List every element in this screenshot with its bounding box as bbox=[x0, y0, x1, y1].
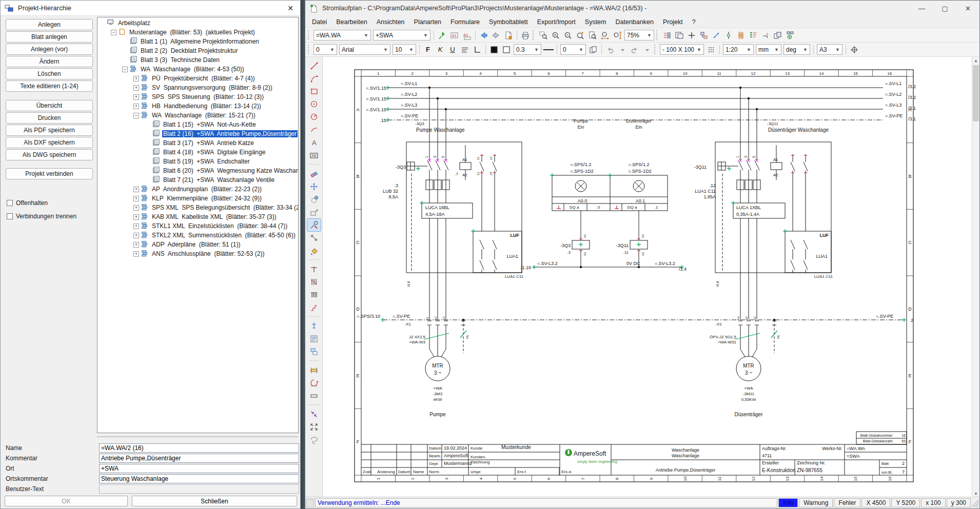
tree-item-label[interactable]: Blatt 3 (3) Technische Daten bbox=[140, 56, 221, 64]
zoom-window-icon[interactable] bbox=[537, 29, 550, 42]
expand-tool[interactable] bbox=[307, 421, 321, 433]
tree-row[interactable]: Blatt 1 (1) Allgemeine Projektinformatio… bbox=[97, 37, 298, 46]
tree-row[interactable]: −WA Waschanlage (Blätter: 4-53 (50)) bbox=[97, 65, 298, 74]
reference-designation-combo[interactable]: =WA.WA▼ bbox=[313, 30, 371, 40]
tree-row[interactable]: +KAB XML Kabelliste XML (Blätter: 35-37 … bbox=[97, 212, 298, 221]
checkbox-box[interactable] bbox=[7, 200, 13, 206]
forward-icon[interactable] bbox=[490, 29, 502, 42]
zoom-width-icon[interactable] bbox=[599, 29, 611, 42]
user-text-field[interactable] bbox=[99, 484, 299, 494]
tree-item-label[interactable]: Blatt 6 (20) +SWA Wegmessung Katze Wasch… bbox=[162, 167, 299, 174]
tree-row[interactable]: Blatt 2 (2) Deckblatt Projektstruktur bbox=[97, 46, 298, 55]
project-tree[interactable]: Arbeitsplatz−Musteranlage (Blätter: 53) … bbox=[97, 17, 299, 433]
back-icon[interactable] bbox=[478, 29, 490, 42]
location-combo[interactable]: +SWA▼ bbox=[373, 30, 430, 40]
macro-icon[interactable] bbox=[661, 29, 673, 42]
tree-item-label[interactable]: WA Waschanlage (Blätter: 4-53 (50)) bbox=[140, 66, 245, 73]
menu-datei[interactable]: Datei bbox=[307, 17, 331, 27]
eraser-tool[interactable] bbox=[307, 168, 321, 180]
text-style-edit-icon[interactable]: A1 bbox=[461, 29, 473, 42]
tree-row[interactable]: Blatt 3 (3) Technische Daten bbox=[97, 55, 298, 65]
tree-row[interactable]: Blatt 1 (15) +SWA Not-Aus-Kette bbox=[97, 120, 298, 129]
menu-projekt[interactable]: Projekt bbox=[658, 17, 688, 27]
tree-item-label[interactable]: Arbeitsplatz bbox=[117, 19, 151, 27]
tree-expander-plus-icon[interactable]: + bbox=[133, 251, 139, 257]
close-button[interactable]: Schließen bbox=[132, 496, 297, 506]
zoom-out-icon[interactable] bbox=[562, 29, 574, 42]
tree-item-label[interactable]: ANS Anschlusspläne (Blätter: 52-53 (2)) bbox=[151, 250, 265, 257]
location-comment-field[interactable] bbox=[99, 474, 299, 483]
tree-expander-plus-icon[interactable]: + bbox=[133, 104, 139, 109]
undo-dropdown-icon[interactable] bbox=[616, 44, 629, 56]
zoom-previous-icon[interactable] bbox=[574, 29, 586, 42]
tree-item-label[interactable]: AP Anordnungsplan (Blätter: 22-23 (2)) bbox=[151, 186, 263, 193]
wire-multi-tool[interactable] bbox=[307, 276, 321, 288]
tree-row[interactable]: +PÜ Projektübersicht (Blätter: 4-7 (4)) bbox=[97, 74, 298, 83]
resize-tool[interactable] bbox=[307, 232, 321, 244]
menu-?[interactable]: ? bbox=[688, 17, 700, 27]
tree-row[interactable]: +AP Anordnungsplan (Blätter: 22-23 (2)) bbox=[97, 185, 298, 194]
close-icon[interactable]: ✕ bbox=[956, 1, 979, 16]
minimize-icon[interactable]: — bbox=[910, 1, 933, 16]
create-sheet-button[interactable]: Blatt anlegen bbox=[6, 31, 93, 43]
tree-item-label[interactable]: HB Handbedienung (Blätter: 13-14 (2)) bbox=[151, 103, 262, 110]
layer-combo[interactable]: 0▼ bbox=[313, 44, 337, 55]
tree-row[interactable]: Blatt 2 (16) +SWA Antriebe Pumpe,Düsentr… bbox=[97, 129, 298, 138]
coil-tool[interactable] bbox=[307, 320, 321, 332]
terminal-tool[interactable] bbox=[307, 390, 321, 402]
delete-button[interactable]: Löschen bbox=[6, 68, 93, 79]
create-before-button[interactable]: Anlegen (vor) bbox=[6, 44, 93, 55]
rotate-tool[interactable] bbox=[307, 193, 321, 206]
underline-button[interactable]: U bbox=[446, 44, 459, 56]
scale-tool[interactable] bbox=[307, 206, 321, 218]
levels-icon[interactable] bbox=[747, 29, 759, 42]
menu-ansichten[interactable]: Ansichten bbox=[372, 17, 409, 27]
lasso-tool[interactable] bbox=[307, 434, 321, 446]
tree-row[interactable]: +SV Spannungsversorgung (Blätter: 8-9 (2… bbox=[97, 83, 298, 92]
tree-item-label[interactable]: PÜ Projektübersicht (Blätter: 4-7 (4)) bbox=[151, 75, 256, 82]
tree-item-label[interactable]: ADP Aderpläne (Blätter: 51 (1)) bbox=[151, 241, 242, 248]
drawing-canvas[interactable]: 1122334455667788991010111112121313141415… bbox=[323, 57, 972, 498]
unit-combo[interactable]: mm▼ bbox=[756, 44, 781, 55]
tree-row[interactable]: Blatt 3 (17) +SWA Antrieb Katze bbox=[97, 138, 298, 148]
grid-combo[interactable]: - 100 X 100▼ bbox=[660, 44, 704, 55]
edit-texts-button[interactable]: Texte editieren (1-24) bbox=[6, 80, 93, 92]
line-tool[interactable] bbox=[307, 59, 321, 72]
tree-row[interactable]: +STKL1 XML Einzelstücklisten (Blätter: 3… bbox=[97, 221, 298, 231]
shrink-tool[interactable] bbox=[307, 408, 321, 420]
tree-row[interactable]: +HB Handbedienung (Blätter: 13-14 (2)) bbox=[97, 101, 298, 111]
wire-grid-tool[interactable] bbox=[307, 289, 321, 301]
font-combo[interactable]: Arial▼ bbox=[339, 44, 390, 55]
move-tool[interactable] bbox=[307, 180, 321, 193]
tree-item-label[interactable]: Musteranlage (Blätter: 53) (aktuelles Pr… bbox=[128, 29, 256, 36]
dimension-icon[interactable] bbox=[710, 29, 722, 42]
tree-row[interactable]: Blatt 7 (21) +SWA Waschanlage Ventile bbox=[97, 175, 298, 185]
copy-format-icon[interactable] bbox=[587, 44, 599, 56]
create-button[interactable]: Anlegen bbox=[6, 19, 93, 30]
tree-row[interactable]: +SPS SPS Steuerung (Blätter: 10-12 (3)) bbox=[97, 92, 298, 101]
sheet-manager-icon[interactable] bbox=[673, 29, 685, 42]
tree-item-label[interactable]: Blatt 3 (17) +SWA Antrieb Katze bbox=[162, 139, 255, 147]
window-titlebar[interactable]: Stromlaufplan - C:\ProgramData\AmpereSof… bbox=[305, 1, 979, 16]
vertical-scrollbar[interactable]: ▲ ▼ bbox=[972, 57, 979, 498]
symbol-icon[interactable] bbox=[722, 29, 735, 42]
tree-item-label[interactable]: KLP Klemmenpläne (Blätter: 24-32 (9)) bbox=[151, 195, 263, 202]
bold-button[interactable]: F bbox=[422, 44, 434, 56]
text-style-icon[interactable]: A1 bbox=[448, 29, 461, 42]
scrollbar-thumb[interactable] bbox=[973, 65, 979, 121]
new-sheet-icon[interactable] bbox=[502, 29, 515, 42]
arc-point-tool[interactable] bbox=[307, 124, 321, 136]
sheet-copy-icon[interactable] bbox=[772, 29, 784, 42]
menu-export-import[interactable]: Export/Import bbox=[533, 17, 580, 27]
paper-size-combo[interactable]: A3▼ bbox=[817, 44, 842, 55]
tree-item-label[interactable]: Blatt 2 (16) +SWA Antriebe Pumpe,Düsentr… bbox=[162, 130, 298, 137]
grid-points-icon[interactable] bbox=[705, 44, 717, 56]
tree-item-label[interactable]: Blatt 5 (19) +SWA Endschalter bbox=[162, 158, 251, 165]
fill-tool[interactable] bbox=[307, 245, 321, 257]
rotate-axis-tool[interactable] bbox=[307, 377, 321, 389]
menu-symboltablett[interactable]: Symboltablett bbox=[484, 17, 533, 27]
tree-expander-plus-icon[interactable]: + bbox=[133, 242, 139, 248]
maximize-icon[interactable]: ▢ bbox=[933, 1, 956, 16]
tree-expander-minus-icon[interactable]: − bbox=[122, 67, 128, 72]
zoom-in-icon[interactable] bbox=[550, 29, 562, 42]
